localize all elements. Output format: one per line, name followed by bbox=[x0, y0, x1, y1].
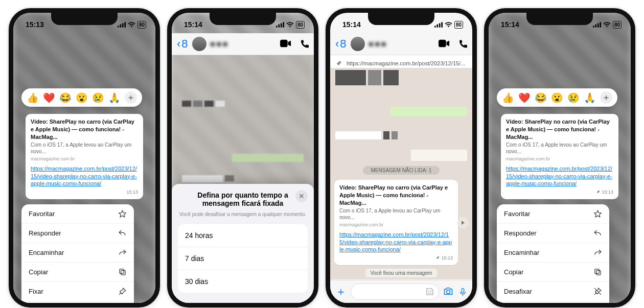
option-30d[interactable]: 30 dias bbox=[178, 270, 308, 293]
wifi-icon bbox=[128, 22, 135, 28]
reaction-pray[interactable]: 🙏 bbox=[108, 92, 121, 104]
sheet-options: 24 horas 7 dias 30 dias bbox=[178, 224, 308, 293]
camera-icon[interactable] bbox=[443, 287, 453, 295]
menu-reply[interactable]: Responder bbox=[21, 223, 134, 243]
star-icon bbox=[593, 209, 602, 218]
menu-star[interactable]: Favoritar bbox=[497, 204, 609, 223]
reaction-more-button[interactable]: ＋ bbox=[125, 91, 137, 104]
message-input[interactable] bbox=[351, 283, 439, 300]
back-button[interactable]: ‹8 bbox=[177, 37, 188, 51]
link-preview-title: Vídeo: SharePlay no carro (via CarPlay e… bbox=[31, 118, 138, 141]
reaction-wow[interactable]: 😮 bbox=[551, 92, 563, 104]
reaction-thumbs-up[interactable]: 👍 bbox=[27, 92, 39, 104]
status-time: 15:13 bbox=[26, 20, 44, 29]
reaction-more-button[interactable]: ＋ bbox=[600, 91, 612, 104]
signal-icon bbox=[434, 22, 443, 28]
menu-star[interactable]: Favoritar bbox=[21, 204, 134, 223]
reaction-heart[interactable]: ❤️ bbox=[43, 92, 55, 104]
option-24h[interactable]: 24 horas bbox=[178, 224, 308, 247]
reaction-wow[interactable]: 😮 bbox=[76, 92, 88, 104]
chat-title[interactable]: ■ ■ ■ bbox=[211, 40, 227, 48]
menu-forward[interactable]: Encaminhar bbox=[21, 243, 134, 262]
unread-count: 8 bbox=[340, 37, 346, 51]
unread-divider: MENSAGEM NÃO LIDA: 1 bbox=[363, 166, 440, 175]
chat-title[interactable]: ■ ■ ■ bbox=[369, 40, 386, 48]
reply-icon bbox=[118, 229, 127, 238]
menu-reply[interactable]: Responder bbox=[497, 223, 609, 243]
menu-warn[interactable]: Denunciar bbox=[497, 301, 609, 303]
phone-3: 15:14 80 ‹8 ■ ■ ■ https://macmagazine.co… bbox=[326, 8, 477, 307]
battery-pct: 80 bbox=[139, 22, 145, 28]
menu-item-label: Encaminhar bbox=[504, 249, 539, 256]
notch bbox=[210, 13, 276, 25]
pin-duration-sheet: ✕ Defina por quanto tempo a mensagem fic… bbox=[172, 184, 314, 303]
wifi-icon bbox=[286, 22, 294, 28]
link-preview-domain: macmagazine.com.br bbox=[31, 156, 138, 162]
battery-pct: 80 bbox=[614, 22, 620, 28]
reaction-sad[interactable]: 😢 bbox=[92, 92, 104, 104]
reaction-heart[interactable]: ❤️ bbox=[518, 92, 531, 104]
back-button[interactable]: ‹8 bbox=[335, 37, 347, 51]
context-menu-a: FavoritarResponderEncaminharCopiarFixarD… bbox=[21, 204, 134, 303]
status-time: 15:14 bbox=[501, 20, 519, 29]
reaction-sad[interactable]: 😢 bbox=[567, 92, 580, 104]
status-time: 15:14 bbox=[342, 20, 361, 29]
sticker-icon[interactable] bbox=[425, 287, 434, 296]
menu-unpin[interactable]: Desafixar bbox=[497, 281, 609, 301]
phone-1: 15:13 80 👍 ❤️ 😂 😮 😢 🙏 ＋ Vídeo: SharePlay… bbox=[9, 8, 160, 307]
reaction-pray[interactable]: 🙏 bbox=[584, 92, 596, 104]
menu-item-label: Encaminhar bbox=[29, 249, 64, 256]
message-bubble[interactable]: Vídeo: SharePlay no carro (via CarPlay e… bbox=[501, 114, 618, 199]
message-bubble[interactable]: Vídeo: SharePlay no carro (via CarPlay e… bbox=[334, 180, 458, 265]
menu-copy[interactable]: Copiar bbox=[21, 262, 134, 281]
reply-icon bbox=[593, 229, 602, 238]
battery-indicator: 80 bbox=[613, 21, 622, 29]
reaction-thumbs-up[interactable]: 👍 bbox=[502, 92, 514, 104]
menu-warn[interactable]: Denunciar bbox=[21, 301, 134, 303]
unread-count: 8 bbox=[181, 37, 188, 51]
message-time: 15:13 bbox=[339, 255, 453, 261]
status-time: 15:14 bbox=[184, 20, 202, 29]
battery-pct: 80 bbox=[297, 22, 303, 28]
battery-indicator: 80 bbox=[296, 21, 305, 29]
option-7d[interactable]: 7 dias bbox=[178, 247, 308, 270]
link-preview-domain: macmagazine.com.br bbox=[506, 156, 613, 162]
time-text: 15:13 bbox=[441, 255, 453, 260]
sheet-subtitle: Você pode desafixar a mensagem a qualque… bbox=[178, 211, 308, 217]
notch bbox=[526, 13, 593, 25]
signal-icon bbox=[118, 22, 126, 28]
mic-icon[interactable] bbox=[458, 287, 467, 297]
chat-header: ‹8 ■ ■ ■ bbox=[172, 33, 314, 55]
phone-2: 15:14 80 ‹8 ■ ■ ■ Hoje bbox=[167, 8, 318, 307]
notch bbox=[51, 13, 118, 25]
pin-icon bbox=[435, 255, 440, 260]
video-call-icon[interactable] bbox=[280, 39, 291, 48]
link-preview-title: Vídeo: SharePlay no carro (via CarPlay e… bbox=[339, 184, 453, 207]
voice-call-icon[interactable] bbox=[458, 39, 467, 49]
avatar[interactable] bbox=[192, 37, 206, 51]
attach-button[interactable]: ＋ bbox=[335, 284, 347, 299]
chat-body[interactable]: MENSAGEM NÃO LIDA: 1 Vídeo: SharePlay no… bbox=[330, 68, 472, 279]
menu-pin[interactable]: Fixar bbox=[21, 281, 134, 301]
menu-forward[interactable]: Encaminhar bbox=[497, 243, 609, 262]
link-url[interactable]: https://macmagazine.com.br/post/2023/12/… bbox=[506, 165, 613, 188]
unpin-icon bbox=[593, 287, 602, 296]
reaction-laugh[interactable]: 😂 bbox=[59, 92, 72, 104]
reaction-laugh[interactable]: 😂 bbox=[535, 92, 547, 104]
copy-icon bbox=[118, 268, 127, 276]
link-url[interactable]: https://macmagazine.com.br/post/2023/12/… bbox=[339, 231, 453, 254]
link-url[interactable]: https://macmagazine.com.br/post/2023/12/… bbox=[31, 165, 138, 188]
close-button[interactable]: ✕ bbox=[295, 190, 308, 202]
avatar[interactable] bbox=[351, 37, 365, 51]
menu-item-label: Fixar bbox=[29, 288, 43, 295]
video-call-icon[interactable] bbox=[439, 39, 450, 48]
menu-item-label: Responder bbox=[504, 229, 537, 237]
voice-call-icon[interactable] bbox=[300, 39, 309, 49]
wifi-icon bbox=[603, 22, 611, 28]
pin-icon bbox=[118, 287, 127, 296]
message-bubble[interactable]: Vídeo: SharePlay no carro (via CarPlay e… bbox=[26, 114, 143, 199]
menu-copy[interactable]: Copiar bbox=[497, 262, 609, 281]
link-preview-domain: macmagazine.com.br bbox=[339, 222, 453, 228]
copy-icon bbox=[593, 268, 602, 276]
forward-circle-icon[interactable] bbox=[457, 217, 469, 229]
